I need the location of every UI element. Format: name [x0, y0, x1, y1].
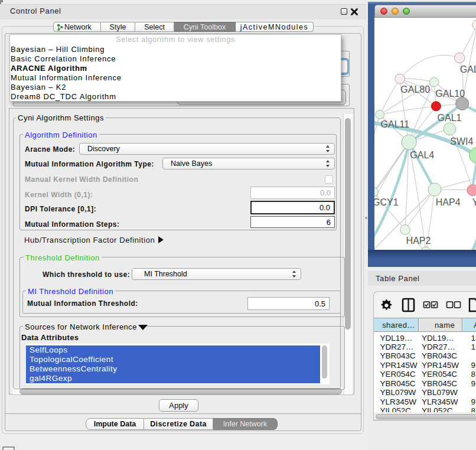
svg-text:GAL80: GAL80	[400, 84, 430, 94]
svg-text:GCY1: GCY1	[374, 197, 399, 207]
svg-text:GAL1: GAL1	[438, 113, 462, 123]
svg-text:GAL10: GAL10	[435, 89, 465, 99]
svg-text:HAP4: HAP4	[436, 197, 461, 207]
svg-text:SWI4: SWI4	[450, 136, 473, 146]
svg-text:GAL11: GAL11	[381, 119, 410, 129]
svg-text:GAL4: GAL4	[410, 150, 434, 160]
svg-text:HAP2: HAP2	[406, 236, 431, 246]
svg-text:YE: YE	[472, 197, 476, 207]
svg-text:GAL: GAL	[460, 64, 476, 74]
